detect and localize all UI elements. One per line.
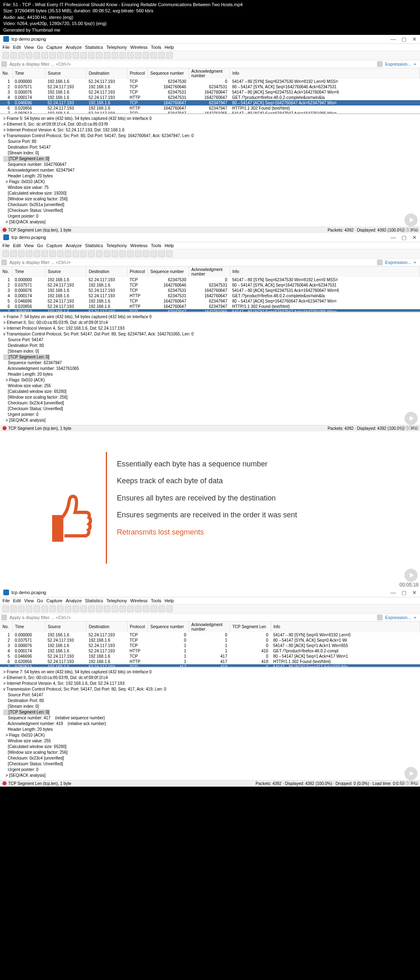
- column-header[interactable]: TCP Segment Len: [230, 622, 271, 632]
- detail-line[interactable]: Source Port: 54147: [3, 692, 417, 698]
- detail-line[interactable]: Acknowledgment number: 419 (relative ack…: [3, 721, 417, 727]
- menu-file[interactable]: File: [2, 45, 10, 50]
- packet-list[interactable]: No.TimeSourceDestinationProtocolSequence…: [0, 622, 420, 667]
- detail-line[interactable]: Sequence number: 417 (relative sequence …: [3, 715, 417, 721]
- packet-row[interactable]: 40.000174192.168.1.652.24.117.193HTTP623…: [0, 95, 420, 100]
- toolbar-button[interactable]: [18, 250, 25, 257]
- detail-line[interactable]: [TCP Segment Len: 0]: [3, 709, 417, 715]
- menu-wireless[interactable]: Wireless: [130, 598, 148, 603]
- toolbar-button[interactable]: [158, 52, 165, 59]
- detail-line[interactable]: Source Port: 54147: [3, 337, 417, 343]
- packet-row[interactable]: 50.04669652.24.117.193192.168.1.6TCP1642…: [0, 100, 420, 106]
- detail-line[interactable]: [Checksum Status: Unverified]: [3, 761, 417, 767]
- detail-line[interactable]: > Internet Protocol Version 4, Src: 192.…: [3, 681, 417, 686]
- toolbar-button[interactable]: [112, 250, 118, 257]
- toolbar-button[interactable]: [151, 606, 157, 612]
- column-header[interactable]: No.: [0, 68, 12, 79]
- toolbar-button[interactable]: [10, 250, 17, 257]
- menu-go[interactable]: Go: [37, 45, 43, 50]
- detail-line[interactable]: Checksum: 0x23c4 [unverified]: [3, 400, 417, 406]
- detail-line[interactable]: [Calculated window size: 65280]: [3, 744, 417, 750]
- toolbar-button[interactable]: [73, 250, 79, 257]
- menu-tools[interactable]: Tools: [151, 598, 162, 603]
- toolbar-button[interactable]: [73, 52, 79, 59]
- packet-row[interactable]: 60.02085652.24.117.193192.168.1.6HTTP164…: [0, 304, 420, 309]
- menu-analyze[interactable]: Analyze: [66, 598, 82, 603]
- column-header[interactable]: Destination: [86, 68, 127, 79]
- toolbar-button[interactable]: [57, 52, 64, 59]
- toolbar-button[interactable]: [88, 52, 95, 59]
- toolbar-button[interactable]: [119, 52, 126, 59]
- detail-line[interactable]: [Calculated window size: 19200]: [3, 190, 417, 196]
- detail-line[interactable]: > Internet Protocol Version 4, Src: 192.…: [3, 326, 417, 331]
- menu-file[interactable]: File: [2, 243, 10, 248]
- toolbar-button[interactable]: [57, 250, 64, 257]
- detail-line[interactable]: > Ethernet II, Src: 00:c0:ca:85:03:f9, D…: [3, 675, 417, 681]
- toolbar-button[interactable]: [119, 606, 126, 612]
- detail-line[interactable]: [Window size scaling factor: 256]: [3, 395, 417, 400]
- packet-row[interactable]: 70.050513192.168.1.652.24.117.193TCP6234…: [0, 111, 420, 113]
- column-header[interactable]: Acknowledgment number: [189, 622, 230, 632]
- menu-telephony[interactable]: Telephony: [106, 243, 127, 248]
- minimize-button[interactable]: —: [390, 36, 396, 42]
- detail-line[interactable]: [Calculated window size: 65280]: [3, 389, 417, 395]
- toolbar-button[interactable]: [34, 250, 40, 257]
- toolbar-button[interactable]: [143, 250, 149, 257]
- toolbar-button[interactable]: [143, 606, 149, 612]
- detail-line[interactable]: > Flags: 0x010 (ACK): [3, 377, 417, 383]
- detail-line[interactable]: Acknowledgment number: 62347947: [3, 168, 417, 173]
- packet-row[interactable]: 30.000076192.168.1.652.24.117.193TCP6234…: [0, 288, 420, 293]
- column-header[interactable]: Protocol: [127, 266, 148, 277]
- toolbar-button[interactable]: [127, 52, 134, 59]
- toolbar-button[interactable]: [151, 52, 157, 59]
- toolbar-button[interactable]: [135, 52, 142, 59]
- toolbar-button[interactable]: [143, 52, 149, 59]
- detail-line[interactable]: > [SEQ/ACK analysis]: [3, 773, 417, 778]
- detail-line[interactable]: Destination Port: 54147: [3, 145, 417, 150]
- detail-line[interactable]: Header Length: 20 bytes: [3, 727, 417, 732]
- toolbar-button[interactable]: [41, 606, 48, 612]
- toolbar-button[interactable]: [158, 606, 165, 612]
- column-header[interactable]: Info: [230, 266, 420, 277]
- display-filter-input[interactable]: [7, 259, 374, 266]
- toolbar-button[interactable]: [65, 606, 71, 612]
- column-header[interactable]: Destination: [86, 266, 127, 277]
- detail-line[interactable]: > Frame 5: 54 bytes on wire (432 bits), …: [3, 116, 417, 122]
- detail-line[interactable]: Checksum: 0x23c4 [unverified]: [3, 755, 417, 761]
- bookmark-icon[interactable]: [1, 61, 7, 67]
- bookmark-icon[interactable]: [1, 259, 7, 265]
- toolbar-button[interactable]: [104, 52, 110, 59]
- detail-line[interactable]: [Stream index: 0]: [3, 349, 417, 354]
- play-overlay-icon[interactable]: [404, 569, 418, 582]
- display-filter-input[interactable]: [7, 614, 374, 621]
- packet-details[interactable]: > Frame 7: 54 bytes on wire (432 bits), …: [0, 312, 420, 425]
- detail-line[interactable]: [TCP Segment Len: 0]: [3, 354, 417, 360]
- detail-line[interactable]: Sequence number: 62347947: [3, 360, 417, 366]
- detail-line[interactable]: Sequence number: 1642760647: [3, 162, 417, 168]
- detail-line[interactable]: > Internet Protocol Version 4, Src: 52.2…: [3, 127, 417, 133]
- display-filter-input[interactable]: [7, 61, 374, 67]
- packet-row[interactable]: 60.02085652.24.117.193192.168.1.6HTTP164…: [0, 106, 420, 111]
- toolbar-button[interactable]: [104, 250, 110, 257]
- play-overlay-icon[interactable]: [404, 767, 418, 780]
- column-header[interactable]: No.: [0, 622, 12, 632]
- column-header[interactable]: Time: [12, 622, 45, 632]
- add-filter-button[interactable]: +: [414, 62, 416, 67]
- toolbar-button[interactable]: [65, 52, 71, 59]
- detail-line[interactable]: Header Length: 20 bytes: [3, 173, 417, 179]
- detail-line[interactable]: Urgent pointer: 0: [3, 412, 417, 418]
- detail-line[interactable]: [Checksum Status: Unverified]: [3, 406, 417, 412]
- toolbar-button[interactable]: [2, 52, 9, 59]
- menu-analyze[interactable]: Analyze: [66, 45, 82, 50]
- bookmark-icon[interactable]: [1, 615, 7, 620]
- packet-details[interactable]: > Frame 5: 54 bytes on wire (432 bits), …: [0, 113, 420, 227]
- column-header[interactable]: Acknowledgment number: [189, 68, 230, 79]
- toolbar-button[interactable]: [26, 52, 32, 59]
- toolbar-button[interactable]: [127, 250, 134, 257]
- column-header[interactable]: Time: [12, 266, 45, 277]
- toolbar-button[interactable]: [2, 606, 9, 612]
- menu-edit[interactable]: Edit: [13, 243, 21, 248]
- toolbar-button[interactable]: [73, 606, 79, 612]
- packet-row[interactable]: 10.000000192.168.1.652.24.117.193TCP0005…: [0, 632, 420, 638]
- toolbar-button[interactable]: [135, 606, 142, 612]
